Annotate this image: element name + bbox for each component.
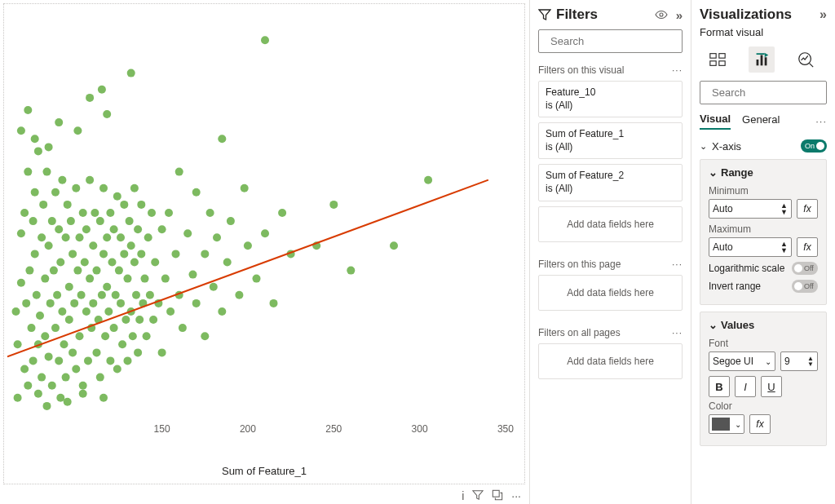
x-tick: 200 [240, 423, 256, 435]
page-filter-dropzone[interactable]: Add data fields here [538, 275, 683, 311]
svg-rect-177 [719, 54, 725, 59]
svg-point-151 [390, 241, 398, 250]
svg-point-157 [24, 106, 32, 114]
svg-point-85 [113, 192, 121, 201]
svg-point-145 [270, 299, 278, 307]
values-head[interactable]: ⌄ Values [709, 319, 818, 331]
svg-point-15 [33, 291, 41, 299]
stepper-icon[interactable]: ▲▼ [780, 241, 788, 254]
svg-point-111 [144, 233, 152, 241]
xaxis-group[interactable]: ⌄ X-axis [700, 139, 827, 153]
svg-point-126 [183, 229, 192, 237]
focus-mode-icon[interactable] [492, 489, 503, 502]
min-label: Minimum [709, 185, 818, 197]
all-filter-dropzone[interactable]: Add data fields here [538, 343, 683, 379]
filter-card[interactable]: Feature_10is (All) [538, 81, 683, 117]
svg-point-102 [132, 291, 140, 299]
svg-point-134 [213, 233, 221, 241]
svg-point-104 [134, 348, 142, 356]
font-size-value: 9 [784, 356, 790, 367]
svg-point-114 [149, 316, 157, 324]
font-size-input[interactable]: 9 ▲▼ [780, 351, 818, 371]
svg-point-29 [48, 382, 56, 390]
svg-point-128 [192, 299, 201, 307]
svg-point-109 [141, 275, 149, 283]
filter-card[interactable]: Sum of Feature_1is (All) [538, 122, 683, 159]
x-tick: 350 [497, 423, 514, 435]
more-options-icon[interactable]: ··· [511, 489, 521, 502]
collapse-icon[interactable]: » [676, 8, 683, 22]
tab-visual[interactable]: Visual [700, 113, 731, 130]
svg-point-67 [93, 348, 101, 356]
viz-search[interactable] [700, 81, 827, 104]
svg-point-70 [96, 217, 104, 225]
svg-point-35 [55, 225, 63, 233]
svg-point-47 [68, 250, 77, 258]
range-head[interactable]: ⌄ Range [709, 166, 818, 179]
svg-point-58 [82, 307, 91, 316]
more-icon[interactable]: ··· [672, 64, 683, 76]
svg-point-20 [38, 233, 46, 241]
format-visual-icon[interactable] [749, 46, 775, 73]
svg-point-92 [120, 201, 128, 209]
more-icon[interactable]: ··· [672, 259, 683, 270]
svg-point-32 [51, 324, 60, 332]
fx-button[interactable]: fx [749, 414, 771, 434]
svg-point-77 [103, 283, 111, 291]
filter-condition: is (All) [546, 99, 572, 111]
svg-point-146 [278, 209, 286, 217]
underline-button[interactable]: U [761, 376, 782, 397]
svg-point-95 [124, 356, 132, 365]
svg-point-144 [261, 36, 269, 44]
invert-range-toggle[interactable] [792, 280, 818, 293]
svg-point-48 [70, 299, 78, 307]
stepper-icon[interactable]: ▲▼ [807, 356, 814, 367]
filter-card[interactable]: Sum of Feature_2is (All) [538, 164, 683, 201]
svg-point-83 [110, 225, 118, 233]
fx-button[interactable]: fx [797, 199, 818, 219]
svg-point-113 [148, 209, 156, 217]
more-icon[interactable]: ··· [672, 327, 683, 338]
chart-canvas[interactable]: 150200250300350 Sum of Feature_1 [3, 3, 525, 484]
collapse-icon[interactable]: » [820, 7, 827, 22]
filter-condition: is (All) [546, 183, 572, 194]
build-visual-icon[interactable] [705, 46, 731, 73]
filters-search-input[interactable] [549, 34, 689, 48]
svg-point-25 [45, 352, 53, 360]
svg-point-143 [261, 229, 269, 237]
font-family-select[interactable]: Segoe UI ⌄ [709, 351, 775, 371]
svg-point-72 [98, 291, 106, 299]
svg-point-91 [120, 250, 128, 258]
fx-label: fx [803, 203, 811, 214]
info-icon[interactable]: i [462, 489, 464, 502]
xaxis-toggle[interactable] [801, 139, 827, 153]
x-tick: 150 [154, 423, 170, 435]
svg-point-36 [56, 259, 64, 267]
min-input[interactable]: Auto ▲▼ [709, 199, 792, 219]
svg-point-49 [72, 184, 80, 192]
svg-point-152 [424, 176, 432, 184]
analytics-icon[interactable] [793, 46, 819, 73]
svg-point-90 [118, 340, 126, 348]
more-icon[interactable]: ··· [815, 115, 827, 127]
visual-filter-dropzone[interactable]: Add data fields here [538, 206, 683, 242]
viz-header: Visualizations » [700, 7, 827, 23]
filters-search[interactable] [538, 29, 683, 53]
bold-button[interactable]: B [709, 376, 730, 397]
color-picker[interactable]: ⌄ [709, 414, 744, 434]
log-scale-toggle[interactable] [792, 262, 818, 275]
stepper-icon[interactable]: ▲▼ [780, 202, 788, 215]
filters-header: Filters » [538, 7, 683, 23]
fx-button[interactable]: fx [797, 237, 818, 257]
xaxis-label: X-axis [712, 140, 741, 153]
svg-point-172 [660, 13, 663, 16]
viz-search-input[interactable] [710, 86, 835, 99]
tab-general[interactable]: General [742, 113, 780, 129]
svg-point-76 [103, 233, 111, 241]
filter-icon[interactable] [472, 489, 484, 502]
italic-button[interactable]: I [735, 376, 756, 397]
max-input[interactable]: Auto ▲▼ [709, 237, 792, 257]
range-label: Range [721, 166, 753, 179]
visibility-icon[interactable] [655, 8, 668, 22]
svg-point-53 [76, 332, 84, 340]
